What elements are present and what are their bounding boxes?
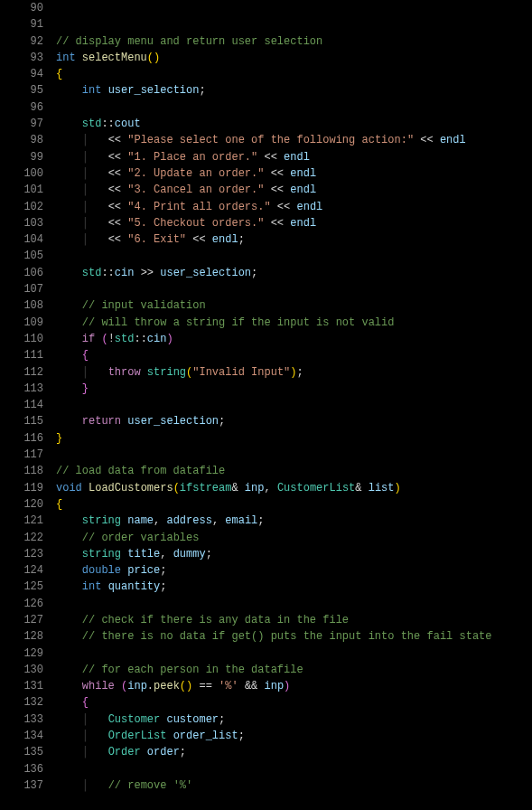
line-number: 94 bbox=[0, 66, 43, 82]
code-line[interactable]: // order variables bbox=[56, 530, 532, 546]
token: throw bbox=[108, 366, 141, 379]
token: endl bbox=[212, 233, 238, 246]
code-line[interactable] bbox=[56, 0, 532, 16]
code-line[interactable]: string name, address, email; bbox=[56, 513, 532, 529]
code-line[interactable] bbox=[56, 99, 532, 116]
code-line[interactable]: │ Order order; bbox=[56, 744, 532, 760]
token: order_list bbox=[173, 730, 238, 742]
code-line[interactable]: std::cin >> user_selection; bbox=[56, 265, 532, 281]
token: () bbox=[180, 680, 192, 692]
code-line[interactable]: while (inp.peek() == '%' && inp) bbox=[56, 678, 532, 694]
code-line[interactable] bbox=[56, 645, 532, 662]
token bbox=[56, 151, 82, 164]
code-line[interactable]: } bbox=[56, 381, 532, 397]
token: ; bbox=[238, 233, 245, 246]
line-number: 99 bbox=[0, 149, 43, 165]
code-line[interactable]: │ << "Please select one of the following… bbox=[56, 132, 532, 148]
code-line[interactable]: // for each person in the datafile bbox=[56, 662, 532, 678]
code-line[interactable]: │ << "6. Exit" << endl; bbox=[56, 231, 532, 248]
code-line[interactable]: // display menu and return user selectio… bbox=[56, 33, 532, 50]
token: ; bbox=[199, 84, 205, 97]
code-line[interactable]: // load data from datafile bbox=[56, 463, 532, 479]
token: endl bbox=[290, 184, 316, 196]
code-line[interactable]: // input validation bbox=[56, 297, 532, 314]
line-number: 112 bbox=[0, 364, 43, 381]
token bbox=[115, 680, 121, 692]
code-line[interactable]: int quantity; bbox=[56, 579, 532, 595]
code-line[interactable] bbox=[56, 281, 532, 297]
code-line[interactable]: } bbox=[56, 430, 532, 447]
token: std bbox=[82, 267, 102, 279]
token: "Please select one of the following acti… bbox=[127, 134, 414, 146]
token: list bbox=[369, 482, 395, 494]
token: , bbox=[212, 514, 225, 527]
code-line[interactable]: │ throw string("Invalid Input"); bbox=[56, 364, 532, 381]
token bbox=[56, 316, 82, 329]
token: . bbox=[147, 680, 154, 692]
token: │ bbox=[82, 779, 108, 792]
token: << bbox=[264, 167, 290, 180]
code-line[interactable]: if (!std::cin) bbox=[56, 331, 532, 347]
code-line[interactable]: │ << "5. Checkout orders." << endl bbox=[56, 215, 532, 231]
line-number: 98 bbox=[0, 132, 43, 148]
code-line[interactable] bbox=[56, 596, 532, 612]
token: // input validation bbox=[82, 299, 206, 312]
token: :: bbox=[101, 267, 114, 279]
token: user_selection bbox=[160, 267, 251, 279]
token bbox=[56, 84, 82, 97]
token: │ bbox=[82, 233, 108, 246]
token: // remove '%' bbox=[108, 779, 193, 792]
code-line[interactable]: int selectMenu() bbox=[56, 50, 532, 66]
token: address bbox=[166, 514, 211, 527]
token bbox=[56, 713, 82, 726]
token: ; bbox=[297, 366, 303, 379]
line-number: 114 bbox=[0, 397, 43, 413]
code-line[interactable]: double price; bbox=[56, 562, 532, 579]
code-line[interactable]: void LoadCustomers(ifstream& inp, Custom… bbox=[56, 480, 532, 496]
code-line[interactable]: │ << "2. Update an order." << endl bbox=[56, 165, 532, 182]
code-content[interactable]: // display menu and return user selectio… bbox=[56, 0, 532, 810]
line-number: 117 bbox=[0, 447, 43, 463]
code-editor[interactable]: 9091929394959697989910010110210310410510… bbox=[0, 0, 532, 810]
line-number: 106 bbox=[0, 265, 43, 281]
code-line[interactable]: return user_selection; bbox=[56, 413, 532, 429]
token: title bbox=[127, 548, 160, 560]
line-number: 118 bbox=[0, 463, 43, 479]
token: selectMenu bbox=[82, 52, 147, 64]
token bbox=[362, 482, 369, 494]
code-line[interactable] bbox=[56, 761, 532, 777]
token bbox=[56, 349, 82, 362]
code-line[interactable]: // will throw a string if the input is n… bbox=[56, 315, 532, 331]
token: << bbox=[108, 217, 128, 230]
code-line[interactable]: │ << "4. Print all orders." << endl bbox=[56, 199, 532, 215]
code-line[interactable]: int user_selection; bbox=[56, 82, 532, 99]
code-line[interactable]: │ Customer customer; bbox=[56, 711, 532, 728]
token: ( bbox=[101, 333, 107, 345]
code-line[interactable]: │ << "3. Cancel an order." << endl bbox=[56, 182, 532, 198]
code-line[interactable]: { bbox=[56, 347, 532, 363]
token bbox=[101, 84, 107, 97]
code-line[interactable]: │ << "1. Place an order." << endl bbox=[56, 149, 532, 165]
code-line[interactable]: string title, dummy; bbox=[56, 546, 532, 562]
token: '%' bbox=[219, 680, 238, 692]
token bbox=[56, 532, 82, 544]
code-line[interactable]: │ // remove '%' bbox=[56, 777, 532, 794]
code-line[interactable]: // check if there is any data in the fil… bbox=[56, 612, 532, 628]
line-number: 107 bbox=[0, 281, 43, 297]
code-line[interactable]: │ OrderList order_list; bbox=[56, 728, 532, 744]
code-line[interactable] bbox=[56, 248, 532, 264]
code-line[interactable] bbox=[56, 447, 532, 463]
code-line[interactable] bbox=[56, 397, 532, 413]
line-number: 103 bbox=[0, 215, 43, 231]
token: │ bbox=[82, 167, 108, 180]
line-number: 132 bbox=[0, 694, 43, 711]
code-line[interactable]: std::cout bbox=[56, 116, 532, 132]
token: ; bbox=[160, 580, 166, 593]
code-line[interactable]: { bbox=[56, 66, 532, 82]
code-line[interactable]: { bbox=[56, 694, 532, 711]
code-line[interactable]: { bbox=[56, 496, 532, 513]
line-number: 130 bbox=[0, 662, 43, 678]
line-number: 110 bbox=[0, 331, 43, 347]
code-line[interactable] bbox=[56, 16, 532, 33]
code-line[interactable]: // there is no data if get() puts the in… bbox=[56, 628, 532, 645]
